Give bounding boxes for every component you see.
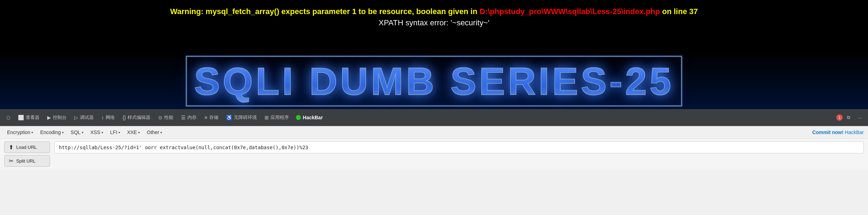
toolbar-application-btn[interactable]: ⊞ 应用程序 bbox=[261, 113, 292, 122]
load-url-button[interactable]: ⬆ Load URL bbox=[4, 141, 50, 153]
console-icon: ▶ bbox=[47, 115, 51, 120]
toolbar-style-editor-btn[interactable]: {} 样式编辑器 bbox=[119, 113, 154, 122]
encoding-arrow-icon: ▾ bbox=[62, 131, 64, 134]
warning-filepath: D:\phpstudy_pro\WWW\sqllab\Less-25\index… bbox=[479, 7, 660, 16]
toolbar-memory-btn[interactable]: ☰ 内存 bbox=[178, 113, 200, 122]
hackbar-body: ⬆ Load URL ✂ Split URL bbox=[0, 139, 868, 170]
toolbar-accessibility-btn[interactable]: ♿ 无障碍环境 bbox=[223, 113, 260, 122]
sql-label: SQL bbox=[71, 129, 81, 135]
commit-now-button[interactable]: Commit now! HackBar bbox=[812, 129, 864, 135]
xss-label: XSS bbox=[91, 129, 100, 135]
style-editor-icon: {} bbox=[123, 115, 126, 120]
accessibility-icon: ♿ bbox=[226, 115, 232, 120]
toolbar-inspector-btn[interactable]: ⬜ 查看器 bbox=[14, 113, 43, 122]
split-url-button[interactable]: ✂ Split URL bbox=[4, 155, 50, 167]
hackbar-toolbar-item[interactable]: HackBar bbox=[296, 115, 323, 120]
hackbar-panel: Encryption ▾ Encoding ▾ SQL ▾ XSS ▾ LFI … bbox=[0, 126, 868, 170]
xxe-label: XXE bbox=[127, 129, 137, 135]
responsive-icon: ⧉ bbox=[847, 115, 850, 120]
xpath-error-text: XPATH syntax error: '~security~' bbox=[379, 18, 489, 27]
application-label: 应用程序 bbox=[271, 114, 289, 121]
inspector-label: 查看器 bbox=[26, 114, 39, 121]
warning-body: : mysql_fetch_array() expects parameter … bbox=[201, 7, 479, 16]
load-url-label: Load URL bbox=[16, 145, 37, 150]
storage-label: 存储 bbox=[209, 114, 218, 121]
storage-icon: ≡ bbox=[204, 115, 207, 120]
toolbar-network-btn[interactable]: ↕ 网络 bbox=[98, 113, 118, 122]
commit-hackbar-label: HackBar bbox=[845, 129, 864, 135]
performance-icon: ⊙ bbox=[158, 115, 162, 120]
application-icon: ⊞ bbox=[265, 115, 269, 120]
debugger-icon: ▷ bbox=[74, 115, 78, 120]
notification-count: 1 bbox=[838, 115, 841, 120]
toolbar-back-btn[interactable]: ⬡ bbox=[3, 114, 14, 122]
debugger-label: 调试器 bbox=[80, 114, 94, 121]
warning-prefix: Warning bbox=[170, 7, 201, 16]
warning-line-prefix: on line bbox=[660, 7, 689, 16]
commit-label-text: Commit now! bbox=[812, 129, 844, 135]
sqli-title-text: SQLI DUMB SERIES-25 bbox=[186, 56, 682, 107]
toolbar-console-btn[interactable]: ▶ 控制台 bbox=[44, 113, 70, 122]
lfi-label: LFI bbox=[110, 129, 117, 135]
inspector-icon: ⬜ bbox=[18, 115, 24, 120]
network-label: 网络 bbox=[106, 114, 115, 121]
network-icon: ↕ bbox=[101, 115, 104, 120]
browser-content-area: Warning: mysql_fetch_array() expects par… bbox=[0, 0, 868, 109]
hackbar-label-text: HackBar bbox=[303, 115, 323, 120]
toolbar-performance-btn[interactable]: ⊙ 性能 bbox=[155, 113, 177, 122]
memory-icon: ☰ bbox=[181, 115, 186, 120]
other-menu[interactable]: Other ▾ bbox=[144, 128, 165, 136]
lfi-menu[interactable]: LFI ▾ bbox=[107, 128, 123, 136]
load-url-icon: ⬆ bbox=[9, 144, 13, 151]
encryption-arrow-icon: ▾ bbox=[31, 131, 33, 134]
xss-menu[interactable]: XSS ▾ bbox=[88, 128, 106, 136]
accessibility-label: 无障碍环境 bbox=[234, 114, 257, 121]
notification-badge: 1 bbox=[836, 114, 843, 121]
sql-menu[interactable]: SQL ▾ bbox=[68, 128, 86, 136]
toolbar-responsive-btn[interactable]: ⧉ bbox=[843, 113, 854, 122]
sql-arrow-icon: ▾ bbox=[82, 131, 83, 134]
lfi-arrow-icon: ▾ bbox=[118, 131, 120, 134]
split-url-icon: ✂ bbox=[9, 158, 13, 164]
other-label: Other bbox=[147, 129, 159, 135]
other-arrow-icon: ▾ bbox=[160, 131, 162, 134]
xxe-menu[interactable]: XXE ▾ bbox=[124, 128, 143, 136]
warning-line-number: 37 bbox=[689, 7, 698, 16]
back-icon: ⬡ bbox=[6, 115, 10, 120]
hackbar-actions: ⬆ Load URL ✂ Split URL bbox=[4, 141, 50, 167]
devtools-toolbar: ⬡ ⬜ 查看器 ▶ 控制台 ▷ 调试器 ↕ 网络 {} 样式编辑器 ⊙ 性能 ☰… bbox=[0, 109, 868, 126]
xxe-arrow-icon: ▾ bbox=[138, 131, 140, 134]
memory-label: 内存 bbox=[187, 114, 197, 121]
more-icon: ··· bbox=[858, 115, 862, 120]
toolbar-debugger-btn[interactable]: ▷ 调试器 bbox=[71, 113, 97, 122]
sqli-banner: SQLI DUMB SERIES-25 bbox=[0, 53, 868, 109]
performance-label: 性能 bbox=[164, 114, 173, 121]
toolbar-more-btn[interactable]: ··· bbox=[854, 114, 865, 122]
split-url-label: Split URL bbox=[16, 158, 36, 164]
encryption-menu[interactable]: Encryption ▾ bbox=[4, 128, 36, 136]
hackbar-status-dot bbox=[296, 115, 301, 120]
style-editor-label: 样式编辑器 bbox=[128, 114, 150, 121]
console-label: 控制台 bbox=[53, 114, 67, 121]
url-input-field[interactable] bbox=[54, 141, 864, 153]
url-input-area bbox=[54, 141, 864, 153]
encryption-label: Encryption bbox=[7, 129, 30, 135]
xss-arrow-icon: ▾ bbox=[101, 131, 103, 134]
warning-message: Warning: mysql_fetch_array() expects par… bbox=[170, 7, 698, 16]
encoding-label: Encoding bbox=[40, 129, 61, 135]
toolbar-storage-btn[interactable]: ≡ 存储 bbox=[201, 113, 222, 122]
encoding-menu[interactable]: Encoding ▾ bbox=[37, 128, 66, 136]
hackbar-menu-bar: Encryption ▾ Encoding ▾ SQL ▾ XSS ▾ LFI … bbox=[0, 126, 868, 139]
